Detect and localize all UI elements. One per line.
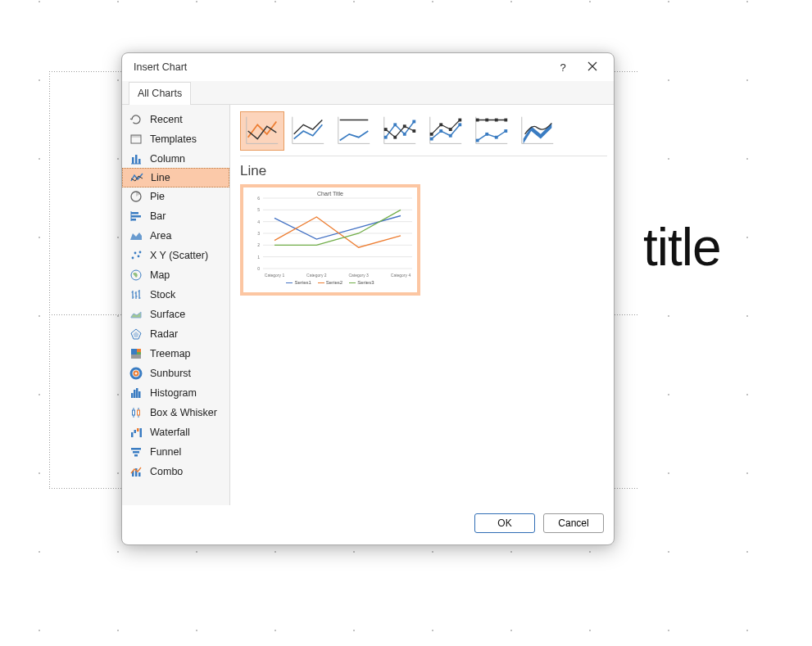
svg-rect-53 (449, 134, 452, 138)
svg-rect-18 (137, 352, 141, 355)
waterfall-icon (129, 425, 143, 440)
preview-legend: Series1Series2Series3 (248, 280, 412, 285)
sidebar-item-sunburst[interactable]: Sunburst (122, 364, 229, 383)
svg-rect-48 (403, 124, 406, 128)
dialog-title: Insert Chart (134, 61, 187, 73)
svg-rect-50 (430, 117, 461, 144)
svg-rect-58 (458, 119, 461, 122)
subtype-stacked-line[interactable] (286, 111, 330, 151)
svg-rect-59 (476, 117, 507, 144)
svg-rect-7 (131, 215, 141, 218)
sidebar-item-label: Recent (150, 114, 183, 125)
placeholder-edge (49, 71, 50, 489)
svg-text:5: 5 (257, 207, 260, 212)
sidebar-item-column[interactable]: Column (122, 149, 229, 169)
svg-rect-37 (138, 472, 141, 477)
subtype-3d-line[interactable] (515, 111, 560, 151)
sidebar-item-combo[interactable]: Combo (122, 462, 229, 481)
svg-rect-19 (131, 355, 141, 359)
slide-title-placeholder[interactable]: title (643, 217, 721, 278)
insert-chart-dialog: Insert Chart ? All Charts RecentTemplate… (121, 52, 615, 545)
sidebar-item-map[interactable]: Map (122, 265, 229, 285)
column-icon (129, 151, 143, 166)
subtype-stacked-line-with-markers[interactable] (424, 111, 468, 151)
recent-icon (129, 112, 143, 127)
chart-preview[interactable]: Chart Title 0123456Category 1Category 2C… (240, 184, 420, 296)
ok-button[interactable]: OK (474, 513, 535, 533)
sunburst-icon (129, 366, 143, 381)
svg-text:Category 1: Category 1 (265, 273, 285, 278)
svg-rect-65 (485, 119, 488, 122)
subtype-stacked-line-100[interactable] (332, 111, 376, 151)
sidebar-item-line[interactable]: Line (122, 168, 229, 187)
sidebar-item-label: Radar (150, 328, 178, 340)
svg-rect-25 (138, 391, 141, 398)
line-icon (129, 170, 144, 185)
sidebar-item-label: Treemap (150, 348, 191, 359)
bar-icon (129, 209, 143, 224)
svg-rect-2 (132, 157, 134, 164)
svg-rect-43 (393, 123, 397, 126)
tab-all-charts[interactable]: All Charts (129, 82, 191, 105)
sidebar-item-label: Area (150, 230, 171, 242)
svg-rect-51 (430, 138, 433, 141)
sidebar-item-histogram[interactable]: Histogram (122, 383, 229, 403)
help-icon: ? (560, 61, 565, 74)
sidebar-item-label: Map (150, 269, 170, 281)
svg-rect-3 (135, 155, 138, 164)
sidebar-item-funnel[interactable]: Funnel (122, 442, 229, 462)
templates-icon (129, 132, 143, 147)
sidebar-item-treemap[interactable]: Treemap (122, 344, 229, 364)
svg-rect-4 (138, 159, 141, 164)
svg-rect-24 (136, 388, 138, 398)
cancel-button[interactable]: Cancel (543, 513, 604, 533)
close-icon (587, 61, 597, 74)
svg-text:1: 1 (257, 255, 260, 260)
sidebar-item-label: Column (150, 153, 185, 165)
sidebar-item-waterfall[interactable]: Waterfall (122, 422, 229, 442)
sidebar-item-label: Line (151, 172, 170, 183)
sidebar-item-x-y-scatter-[interactable]: X Y (Scatter) (122, 246, 229, 265)
sidebar-item-label: Waterfall (150, 427, 190, 438)
svg-rect-66 (495, 119, 498, 122)
combo-icon (129, 464, 143, 479)
svg-rect-34 (134, 454, 138, 457)
map-icon (129, 268, 143, 282)
sidebar-item-surface[interactable]: Surface (122, 305, 229, 324)
svg-point-10 (134, 252, 137, 255)
sidebar-item-pie[interactable]: Pie (122, 187, 229, 206)
subtype-line-with-markers[interactable] (378, 111, 422, 151)
dialog-titlebar[interactable]: Insert Chart ? (122, 53, 614, 81)
dialog-footer: OK Cancel (122, 505, 614, 544)
sidebar-item-recent[interactable]: Recent (122, 110, 229, 129)
treemap-icon (129, 346, 143, 361)
scatter-icon (129, 248, 143, 263)
svg-marker-15 (134, 332, 139, 337)
svg-text:Category 2: Category 2 (306, 273, 327, 278)
sidebar-item-bar[interactable]: Bar (122, 206, 229, 226)
sidebar-item-templates[interactable]: Templates (122, 129, 229, 149)
sidebar-item-label: Sunburst (150, 368, 191, 379)
svg-rect-40 (338, 117, 370, 144)
svg-rect-6 (131, 212, 138, 215)
svg-text:3: 3 (257, 231, 260, 236)
sidebar-item-label: Bar (150, 210, 166, 222)
subtype-stacked-line-100-with-markers[interactable] (470, 111, 514, 151)
svg-rect-49 (412, 129, 415, 133)
svg-rect-44 (403, 133, 406, 136)
sidebar-item-box-whisker[interactable]: Box & Whisker (122, 403, 229, 422)
chart-category-sidebar: RecentTemplatesColumnLinePieBarAreaX Y (… (122, 105, 230, 505)
sidebar-item-area[interactable]: Area (122, 226, 229, 246)
sidebar-item-radar[interactable]: Radar (122, 324, 229, 344)
svg-rect-33 (133, 451, 139, 454)
svg-rect-63 (504, 129, 507, 133)
funnel-icon (129, 445, 143, 459)
svg-point-12 (139, 251, 142, 254)
svg-rect-1 (131, 135, 141, 138)
histogram-icon (129, 386, 143, 400)
subtype-line[interactable] (240, 111, 284, 151)
svg-rect-61 (485, 133, 488, 136)
help-button[interactable]: ? (548, 56, 578, 79)
close-button[interactable] (578, 56, 607, 79)
sidebar-item-stock[interactable]: Stock (122, 285, 229, 305)
